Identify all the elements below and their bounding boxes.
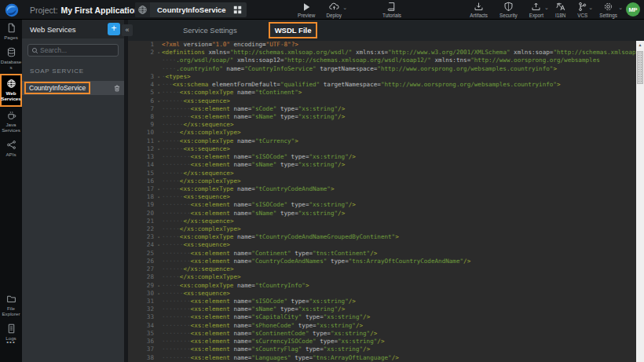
code-text: ······<xs:sequence> — [162, 241, 230, 248]
code-text: ···<xs:schema elementFormDefault="qualif… — [162, 81, 561, 88]
code-line: 36········<xs:element name="sCurrencyISO… — [128, 338, 636, 346]
chevron-down-icon[interactable]: ⌄ — [342, 5, 347, 11]
code-line: 6-······<xs:sequence> — [128, 97, 636, 105]
chevron-down-icon[interactable]: ⌄ — [544, 5, 549, 11]
wavemaker-logo[interactable] — [0, 0, 24, 20]
i18n-button[interactable]: I18N — [555, 0, 565, 20]
code-text: ········<xs:element name="sCurrencyISOCo… — [162, 338, 385, 345]
code-text: ········<xs:element name="sContinentCode… — [162, 330, 377, 337]
line-number: 9 — [128, 121, 157, 129]
line-number: 1 — [128, 41, 157, 49]
service-list-item[interactable]: CountryInfoService — [22, 81, 124, 95]
soap-service-section-label: SOAP SERVICE — [30, 68, 124, 75]
sidebar-item-apis[interactable]: APIs — [0, 137, 22, 161]
code-text: ········<xs:element name="sName" type="x… — [162, 305, 345, 313]
add-service-button[interactable]: + — [108, 23, 120, 35]
chevron-down-icon[interactable]: ⌄ — [618, 5, 623, 11]
code-line: 17-·····<xs:complexType name="tCountryCo… — [128, 185, 636, 193]
deploy-button[interactable]: Deploy⌄ — [326, 0, 342, 20]
collapse-panel-button[interactable]: « — [122, 24, 133, 36]
code-text: ········<xs:element name="sPhoneCode" ty… — [162, 322, 363, 329]
line-number: 15 — [128, 170, 157, 177]
sidebar-item-web-services[interactable]: Web Services — [0, 74, 22, 107]
security-button[interactable]: Security — [499, 0, 518, 20]
code-line: 3-·<types> — [128, 73, 636, 81]
code-text: ····.countryinfo" name="CountryInfoServi… — [162, 65, 557, 72]
line-number: 31 — [128, 298, 157, 305]
code-text: ········<xs:element name="CountryCodeAnd… — [162, 258, 470, 265]
translate-icon — [555, 2, 565, 12]
code-text: ······</xs:sequence> — [162, 170, 233, 177]
artifacts-button[interactable]: Artifacts — [470, 0, 488, 20]
line-number: 26 — [128, 258, 157, 265]
code-line: 33········<xs:element name="sCapitalCity… — [128, 313, 636, 321]
chevron-down-icon[interactable]: ⌄ — [588, 5, 593, 11]
sidebar-item-file-explorer[interactable]: File Explorer — [0, 291, 22, 320]
globe-icon — [135, 2, 150, 17]
scrollbar-up-arrow[interactable]: ▲ — [636, 42, 644, 47]
code-text: ········<xs:element name="sCapitalCity" … — [162, 313, 370, 320]
vcs-button[interactable]: VCS⌄ — [577, 0, 587, 20]
upload-icon — [531, 2, 541, 12]
line-number: 7 — [128, 105, 157, 113]
line-number: 29 — [128, 282, 157, 290]
service-tab-countryinfoservice[interactable]: CountryInfoService — [135, 2, 247, 17]
code-line: 5-·····<xs:complexType name="tContinent"… — [128, 89, 636, 97]
left-rail: PagesDatabasesWeb ServicesJava ServicesA… — [0, 20, 22, 362]
code-text: ····.org/wsdl/soap/" xmlns:soap12="http:… — [162, 57, 600, 64]
shield-icon — [503, 2, 514, 12]
tutorials-button[interactable]: Tutorials — [382, 0, 401, 20]
settings-button[interactable]: Settings⌄ — [599, 0, 617, 20]
line-number: 33 — [128, 313, 157, 321]
book-icon — [386, 2, 397, 12]
grid-icon[interactable] — [233, 5, 242, 14]
tutorials-label: Tutorials — [382, 13, 401, 18]
editor-scrollbar[interactable]: ▲ — [636, 41, 644, 362]
service-item-label: CountryInfoService — [24, 82, 90, 94]
preview-label: Preview — [298, 13, 315, 18]
sidebar-item-pages[interactable]: Pages — [0, 20, 22, 44]
user-avatar[interactable]: MP — [626, 2, 640, 16]
line-number: 24 — [128, 241, 157, 249]
line-number: 3 — [128, 73, 157, 81]
code-text: ·····<xs:complexType name="tCurrency"> — [162, 137, 298, 144]
rail-bottom-items: File ExplorerLogs — [0, 291, 22, 345]
panel-header: Web Services + — [22, 20, 124, 38]
wsdl-code-editor[interactable]: 1<?xml version="1.0" encoding="UTF-8"?>2… — [128, 41, 636, 362]
code-line: 1<?xml version="1.0" encoding="UTF-8"?> — [128, 41, 636, 49]
app-window: Project: My First Application › CountryI… — [0, 0, 644, 362]
line-number: 28 — [128, 273, 157, 281]
line-number: 25 — [128, 250, 157, 258]
tab-service-settings[interactable]: Service Settings — [178, 24, 242, 37]
code-text: <definitions xmlns="http://schemas.xmlso… — [162, 49, 636, 56]
sidebar-item-label: File Explorer — [1, 305, 22, 316]
search-box[interactable] — [27, 44, 119, 57]
web-services-panel: Web Services + SOAP SERVICE CountryInfoS… — [22, 20, 124, 362]
sidebar-item-java-services[interactable]: Java Services — [0, 107, 22, 137]
line-number: 32 — [128, 305, 157, 313]
sidebar-item-databases[interactable]: Databases — [0, 44, 22, 74]
code-text: ········<xs:element name="sName" type="x… — [162, 210, 345, 217]
tab-wsdl-file[interactable]: WSDL File — [269, 22, 318, 38]
code-line: 2-<definitions xmlns="http://schemas.xml… — [128, 49, 636, 57]
export-button[interactable]: Export⌄ — [529, 0, 543, 20]
line-number: 18 — [128, 193, 157, 201]
play-icon — [302, 2, 311, 12]
line-number: 21 — [128, 218, 157, 225]
search-input[interactable] — [38, 46, 115, 55]
code-text: ········<xs:element name="Languages" typ… — [162, 354, 399, 361]
preview-button[interactable]: Preview — [298, 0, 315, 20]
more-icon[interactable]: ••• — [0, 338, 22, 346]
line-number: 36 — [128, 338, 157, 346]
code-text: ······</xs:sequence> — [162, 121, 233, 128]
trash-icon — [113, 84, 121, 93]
line-number: 20 — [128, 210, 157, 218]
code-line: 7········<xs:element name="sCode" type="… — [128, 105, 636, 113]
code-line: 12-······<xs:sequence> — [128, 145, 636, 153]
sidebar-item-label: Java Services — [1, 122, 22, 133]
delete-service-button[interactable] — [113, 84, 121, 93]
globe-icon — [137, 5, 148, 15]
code-text: ·····</xs:complexType> — [162, 129, 241, 136]
code-text: ·····</xs:complexType> — [162, 177, 241, 185]
scrollbar-thumb[interactable] — [637, 51, 643, 84]
